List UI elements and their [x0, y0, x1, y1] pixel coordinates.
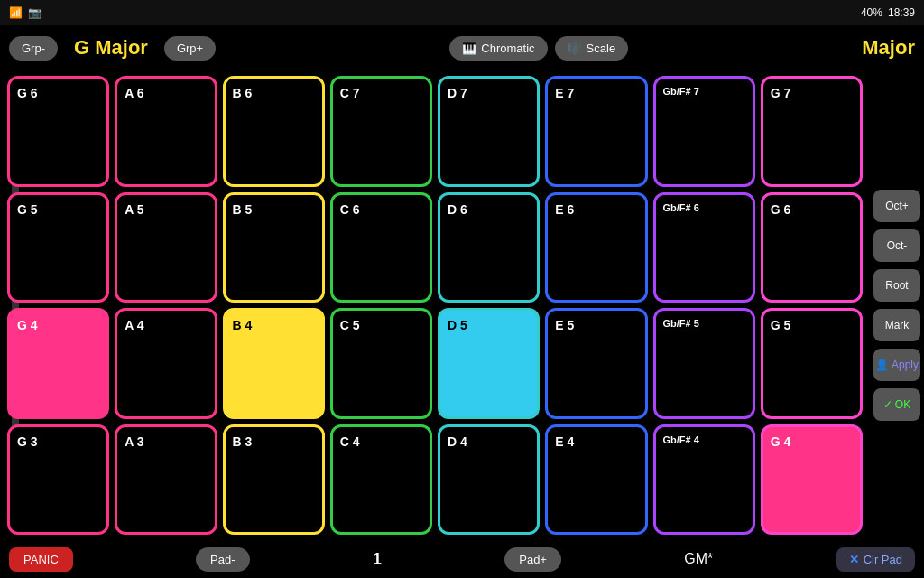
pad-2[interactable]: B 6	[223, 76, 325, 187]
chromatic-label: Chromatic	[481, 42, 534, 55]
pad-25[interactable]: A 3	[115, 424, 217, 536]
pad-18[interactable]: B 4	[223, 308, 325, 419]
pad-minus-button[interactable]: Pad-	[196, 547, 249, 572]
pad-15[interactable]: G 6	[761, 192, 863, 303]
pad-30[interactable]: Gb/F# 4	[653, 424, 755, 536]
page-number: 1	[373, 550, 382, 569]
pad-24[interactable]: G 3	[7, 424, 109, 536]
pad-0[interactable]: G 6	[7, 76, 109, 187]
pad-11[interactable]: C 6	[330, 192, 432, 303]
camera-icon: 📷	[28, 6, 42, 19]
pad-label-10: B 5	[233, 202, 253, 217]
panic-button[interactable]: PANIC	[9, 547, 73, 572]
ok-label: OK	[895, 398, 910, 411]
pad-8[interactable]: G 5	[7, 192, 109, 303]
pad-26[interactable]: B 3	[223, 424, 325, 536]
toolbar-left: Grp- G Major Grp+	[9, 36, 216, 61]
status-bar: 📶 📷 40% 18:39	[0, 0, 924, 25]
toolbar: Grp- G Major Grp+ 🎹 Chromatic 🎼 Scale Ma…	[0, 25, 924, 70]
pad-label-11: C 6	[340, 202, 360, 217]
pad-16[interactable]: G 4	[7, 308, 109, 419]
check-icon: ✓	[883, 398, 892, 411]
pad-28[interactable]: D 4	[438, 424, 540, 536]
scale-button[interactable]: 🎼 Scale	[555, 36, 629, 61]
pad-label-24: G 3	[17, 434, 38, 449]
pad-19[interactable]: C 5	[330, 308, 432, 419]
pad-20[interactable]: D 5	[438, 308, 540, 419]
pad-label-19: C 5	[340, 318, 360, 332]
clr-pad-label: Clr Pad	[864, 553, 902, 566]
oct-minus-button[interactable]: Oct-	[873, 229, 920, 262]
side-controls: Oct+ Oct- Root Mark 👤 Apply ✓ OK	[870, 70, 924, 540]
toolbar-center: 🎹 Chromatic 🎼 Scale	[449, 36, 628, 61]
root-button[interactable]: Root	[873, 269, 920, 302]
mark-button[interactable]: Mark	[873, 309, 920, 341]
pad-31[interactable]: G 4	[761, 424, 863, 536]
pad-label-1: A 6	[125, 86, 143, 100]
pad-13[interactable]: E 6	[545, 192, 647, 303]
pad-label-7: G 7	[771, 86, 791, 100]
ok-button[interactable]: ✓ OK	[873, 388, 920, 421]
pad-label-29: E 4	[555, 434, 574, 449]
apply-button[interactable]: 👤 Apply	[873, 349, 920, 381]
pad-label-9: A 5	[125, 202, 143, 217]
pad-label-20: D 5	[448, 318, 467, 332]
bottom-bar: PANIC Pad- 1 Pad+ GM* ✕ Clr Pad	[0, 540, 924, 578]
piano-icon: 🎹	[462, 42, 476, 55]
pad-1[interactable]: A 6	[115, 76, 217, 187]
pad-27[interactable]: C 4	[330, 424, 432, 536]
pad-17[interactable]: A 4	[115, 308, 217, 419]
battery-label: 40%	[861, 6, 882, 19]
pad-label-27: C 4	[340, 434, 360, 449]
pad-5[interactable]: E 7	[545, 76, 647, 187]
pad-label-12: D 6	[448, 202, 467, 217]
status-right: 40% 18:39	[861, 6, 915, 19]
pad-label-13: E 6	[555, 202, 574, 217]
pad-9[interactable]: A 5	[115, 192, 217, 303]
pad-label-4: D 7	[448, 86, 467, 100]
pad-label-17: A 4	[125, 318, 143, 332]
pad-label-23: G 5	[771, 318, 791, 332]
pad-label-8: G 5	[17, 202, 38, 217]
scale-label: Scale	[587, 42, 616, 55]
mode-label: Major	[862, 36, 915, 60]
pad-10[interactable]: B 5	[223, 192, 325, 303]
grp-minus-button[interactable]: Grp-	[9, 36, 58, 61]
pad-21[interactable]: E 5	[545, 308, 647, 419]
apply-icon: 👤	[875, 359, 889, 371]
pad-label-3: C 7	[340, 86, 360, 100]
pad-label-15: G 6	[771, 202, 791, 217]
pad-14[interactable]: Gb/F# 6	[653, 192, 755, 303]
pad-label-25: A 3	[125, 434, 143, 449]
apply-label: Apply	[892, 359, 919, 371]
pad-7[interactable]: G 7	[761, 76, 863, 187]
pad-plus-button[interactable]: Pad+	[504, 547, 561, 572]
pad-label-14: Gb/F# 6	[663, 202, 699, 213]
grp-plus-button[interactable]: Grp+	[164, 36, 216, 61]
pad-label-30: Gb/F# 4	[663, 434, 699, 445]
pad-label-21: E 5	[555, 318, 574, 332]
wifi-icon: 📶	[9, 6, 23, 19]
pad-4[interactable]: D 7	[438, 76, 540, 187]
oct-plus-button[interactable]: Oct+	[873, 190, 920, 222]
pad-label-0: G 6	[17, 86, 38, 100]
pad-label-18: B 4	[233, 318, 253, 332]
preset-label: GM*	[684, 551, 713, 567]
key-title: G Major	[74, 36, 148, 60]
x-icon: ✕	[849, 553, 859, 566]
pad-label-2: B 6	[233, 86, 253, 100]
chromatic-button[interactable]: 🎹 Chromatic	[449, 36, 547, 61]
pad-3[interactable]: C 7	[330, 76, 432, 187]
pad-22[interactable]: Gb/F# 5	[653, 308, 755, 419]
pad-12[interactable]: D 6	[438, 192, 540, 303]
pad-label-5: E 7	[555, 86, 574, 100]
pad-label-22: Gb/F# 5	[663, 318, 699, 329]
pad-23[interactable]: G 5	[761, 308, 863, 419]
status-left: 📶 📷	[9, 6, 42, 19]
clr-pad-button[interactable]: ✕ Clr Pad	[836, 547, 915, 572]
pad-label-26: B 3	[233, 434, 253, 449]
pad-label-28: D 4	[448, 434, 467, 449]
pad-6[interactable]: Gb/F# 7	[653, 76, 755, 187]
pad-29[interactable]: E 4	[545, 424, 647, 536]
pad-label-6: Gb/F# 7	[663, 86, 699, 97]
